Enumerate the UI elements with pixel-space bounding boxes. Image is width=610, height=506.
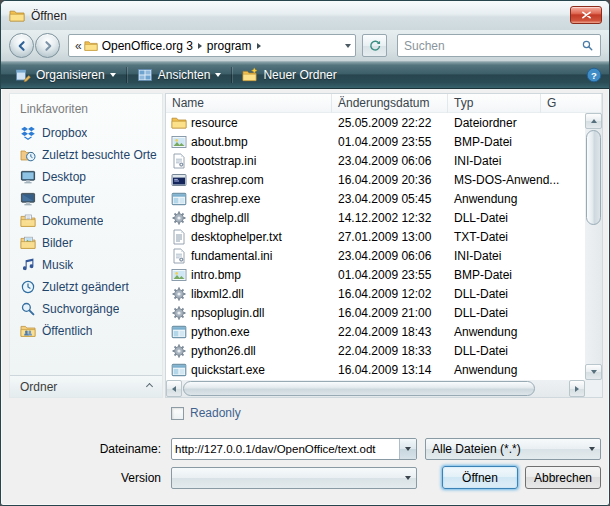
column-header-label: Name	[172, 96, 204, 110]
window-title: Öffnen	[31, 9, 67, 23]
organize-label: Organisieren	[36, 68, 105, 82]
column-header-type[interactable]: Typ	[448, 94, 541, 113]
documents-icon	[20, 213, 36, 229]
new-folder-button[interactable]: Neuer Ordner	[234, 64, 344, 87]
filename-combobox[interactable]	[171, 438, 417, 460]
file-row-about-bmp[interactable]: about.bmp01.04.2009 23:55BMP-Datei	[166, 132, 585, 151]
file-type: DLL-Datei	[448, 211, 585, 225]
horizontal-scrollbar-thumb[interactable]	[183, 381, 535, 396]
readonly-checkbox[interactable]	[171, 407, 184, 420]
address-bar[interactable]: « OpenOffice.org 3 program	[68, 34, 356, 57]
sidebar-item-musik[interactable]: Musik	[10, 254, 162, 276]
address-dropdown-icon[interactable]	[345, 44, 351, 48]
sidebar-item-dropbox[interactable]: Dropbox	[10, 122, 162, 144]
filename-input[interactable]	[172, 443, 399, 455]
horizontal-scrollbar[interactable]	[166, 380, 585, 397]
file-type: DLL-Datei	[448, 306, 585, 320]
close-button[interactable]	[570, 6, 602, 24]
file-name: python26.dll	[191, 344, 256, 358]
scroll-up-button[interactable]	[585, 113, 602, 129]
breadcrumb-segment-1[interactable]: OpenOffice.org 3	[98, 37, 197, 55]
file-date: 14.12.2002 12:32	[332, 211, 448, 225]
sidebar-item-bilder[interactable]: Bilder	[10, 232, 162, 254]
search-box[interactable]	[397, 34, 601, 57]
file-row-desktophelper-txt[interactable]: desktophelper.txt27.01.2009 13:00TXT-Dat…	[166, 227, 585, 246]
file-type: Anwendung	[448, 363, 585, 377]
file-list-pane: NameÄnderungsdatumTypG resource25.05.200…	[165, 93, 603, 398]
column-header-date[interactable]: Änderungsdatum	[332, 94, 448, 113]
file-type: INI-Datei	[448, 154, 585, 168]
file-name-cell: dbghelp.dll	[166, 210, 332, 226]
version-select[interactable]	[171, 467, 417, 489]
vertical-scrollbar[interactable]	[585, 113, 602, 380]
file-row-libxml2-dll[interactable]: libxml2.dll16.04.2009 12:02DLL-Datei	[166, 284, 585, 303]
file-row-python26-dll[interactable]: python26.dll22.04.2009 18:33DLL-Datei	[166, 341, 585, 360]
sidebar-item-dokumente[interactable]: Dokumente	[10, 210, 162, 232]
file-row-crashrep-com[interactable]: crashrep.com16.04.2009 20:36MS-DOS-Anwen…	[166, 170, 585, 189]
scroll-right-button[interactable]	[569, 380, 585, 397]
file-row-crashrep-exe[interactable]: crashrep.exe23.04.2009 05:45Anwendung	[166, 189, 585, 208]
file-name: intro.bmp	[191, 268, 241, 282]
scroll-down-button[interactable]	[585, 364, 602, 380]
image-icon	[171, 267, 187, 283]
vertical-scrollbar-thumb[interactable]	[586, 130, 601, 225]
open-button[interactable]: Öffnen	[442, 466, 518, 489]
file-name: resource	[191, 116, 238, 130]
search-icon	[20, 301, 36, 317]
refresh-icon	[368, 39, 382, 53]
back-button[interactable]	[9, 33, 34, 58]
ini-icon	[171, 153, 187, 169]
column-header-size[interactable]: G	[541, 94, 602, 113]
file-type: INI-Datei	[448, 249, 585, 263]
file-row-npsoplugin-dll[interactable]: npsoplugin.dll16.04.2009 21:00DLL-Datei	[166, 303, 585, 322]
file-name-cell: resource	[166, 115, 332, 131]
breadcrumb-overflow-button[interactable]: «	[73, 39, 84, 53]
file-row-fundamental-ini[interactable]: fundamental.ini23.04.2009 06:06INI-Datei	[166, 246, 585, 265]
filetype-select[interactable]: Alle Dateien (*.*)	[425, 438, 601, 460]
file-type: Anwendung	[448, 325, 585, 339]
breadcrumb-arrow-icon[interactable]	[257, 43, 261, 49]
file-name-cell: libxml2.dll	[166, 286, 332, 302]
search-input[interactable]	[404, 39, 581, 53]
views-button[interactable]: Ansichten	[129, 64, 230, 87]
file-name: about.bmp	[191, 135, 248, 149]
scroll-left-button[interactable]	[166, 380, 182, 397]
column-header-label: Typ	[454, 96, 473, 110]
file-name: desktophelper.txt	[191, 230, 282, 244]
sidebar-item-suchvorg-nge[interactable]: Suchvorgänge	[10, 298, 162, 320]
file-type: BMP-Datei	[448, 135, 585, 149]
dialog-icon	[9, 8, 25, 24]
cancel-button[interactable]: Abbrechen	[525, 466, 601, 489]
sidebar-item-zuletzt-ge-ndert[interactable]: Zuletzt geändert	[10, 276, 162, 298]
refresh-button[interactable]	[362, 34, 387, 57]
sidebar-item-ffentlich[interactable]: Öffentlich	[10, 320, 162, 342]
sidebar-item-computer[interactable]: Computer	[10, 188, 162, 210]
file-row-resource[interactable]: resource25.05.2009 22:22Dateiordner	[166, 113, 585, 132]
back-arrow-icon	[15, 39, 29, 53]
sidebar-item-zuletzt-besuchte-orte[interactable]: Zuletzt besuchte Orte	[10, 144, 162, 166]
folders-toggle[interactable]: Ordner	[10, 375, 162, 397]
file-list-body[interactable]: resource25.05.2009 22:22Dateiordnerabout…	[166, 113, 585, 380]
file-name: python.exe	[191, 325, 250, 339]
breadcrumb-arrow-icon[interactable]	[198, 43, 202, 49]
pictures-icon	[20, 235, 36, 251]
file-row-intro-bmp[interactable]: intro.bmp01.04.2009 23:55BMP-Datei	[166, 265, 585, 284]
breadcrumb-segment-2[interactable]: program	[203, 37, 256, 55]
file-row-quickstart-exe[interactable]: quickstart.exe16.04.2009 13:14Anwendung	[166, 360, 585, 379]
sidebar-item-desktop[interactable]: Desktop	[10, 166, 162, 188]
navigation-bar: « OpenOffice.org 3 program	[1, 30, 609, 61]
forward-button[interactable]	[35, 33, 60, 58]
organize-button[interactable]: Organisieren	[7, 64, 124, 87]
file-name-cell: python.exe	[166, 324, 332, 340]
column-header-name[interactable]: Name	[166, 94, 332, 113]
file-date: 01.04.2009 23:55	[332, 268, 448, 282]
file-row-python-exe[interactable]: python.exe22.04.2009 18:43Anwendung	[166, 322, 585, 341]
file-row-dbghelp-dll[interactable]: dbghelp.dll14.12.2002 12:32DLL-Datei	[166, 208, 585, 227]
app-icon	[171, 362, 187, 378]
titlebar[interactable]: Öffnen	[1, 1, 609, 30]
filename-dropdown-button[interactable]	[399, 439, 416, 459]
dll-icon	[171, 286, 187, 302]
help-button[interactable]: ?	[585, 66, 603, 84]
file-row-bootstrap-ini[interactable]: bootstrap.ini23.04.2009 06:06INI-Datei	[166, 151, 585, 170]
file-type: DLL-Datei	[448, 344, 585, 358]
